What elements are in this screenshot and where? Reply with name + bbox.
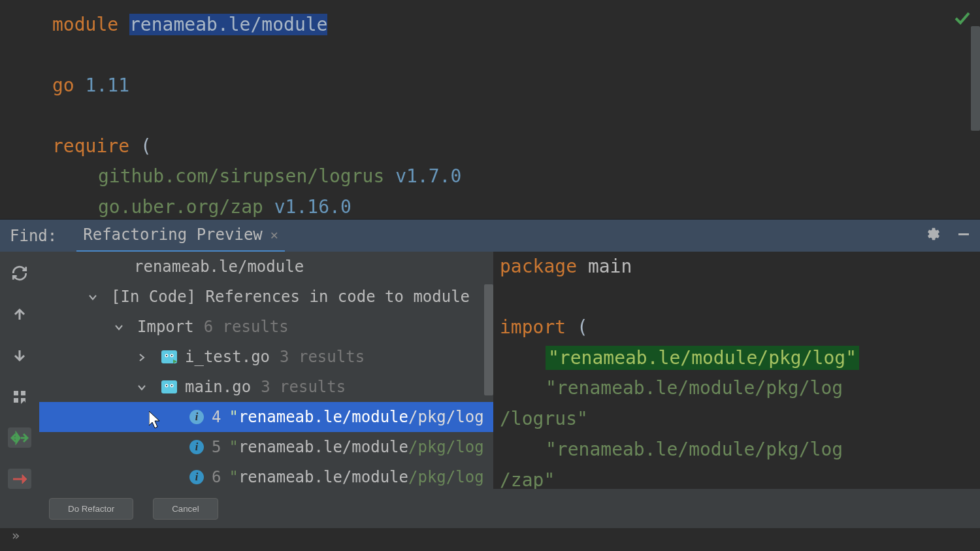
close-icon[interactable]: ✕ — [270, 227, 278, 242]
expand-all-icon[interactable] — [8, 386, 31, 407]
editor-line: module renameab.le/module — [52, 10, 980, 41]
keyword-go: go — [52, 75, 74, 96]
paren-open: ( — [140, 135, 152, 157]
preview-editor[interactable]: package main import ( "renameab.le/modul… — [493, 252, 980, 489]
file-name: i_test.go — [185, 348, 270, 366]
code-editor[interactable]: module renameab.le/module go 1.11 requir… — [0, 0, 980, 219]
tab-refactoring-preview[interactable]: Refactoring Preview ✕ — [76, 220, 285, 252]
keyword-require: require — [52, 135, 129, 157]
tree-match[interactable]: i 5 "renameab.le/module/pkg/log — [39, 432, 493, 462]
import-label: Import — [137, 318, 194, 336]
more-handle-icon[interactable]: » — [12, 527, 20, 543]
match-highlight: renameab.le/module — [238, 438, 408, 456]
find-panel-body: renameab.le/module [In Code] References … — [0, 252, 980, 489]
result-count: 3 results — [280, 348, 365, 366]
module-path: renameab.le/module — [129, 14, 327, 35]
quote: " — [229, 408, 238, 426]
tab-title: Refactoring Preview — [83, 225, 263, 244]
info-icon: i — [189, 440, 204, 454]
tree-root-label: renameab.le/module — [134, 258, 304, 276]
svg-rect-1 — [14, 391, 18, 395]
svg-rect-3 — [14, 398, 18, 403]
editor-line: github.com/sirupsen/logrus v1.7.0 — [52, 161, 980, 192]
dependency-name: github.com/sirupsen/logrus — [98, 165, 384, 187]
apply-icon[interactable] — [8, 427, 31, 448]
action-buttons: Do Refactor Cancel — [0, 489, 980, 528]
svg-rect-9 — [161, 380, 177, 393]
find-panel-header: Find: Refactoring Preview ✕ — [0, 219, 980, 252]
minimize-icon[interactable] — [957, 227, 970, 244]
preview-line: import ( — [500, 312, 973, 343]
line-number: 4 — [212, 408, 221, 426]
match-highlight: renameab.le/module — [238, 408, 408, 426]
preview-line: package main — [500, 252, 973, 282]
refresh-icon[interactable] — [8, 263, 31, 284]
revert-icon[interactable] — [8, 469, 31, 489]
go-version: 1.11 — [86, 75, 129, 96]
cursor-icon — [149, 411, 162, 429]
editor-line: require ( — [52, 131, 980, 162]
editor-line: go 1.11 — [52, 71, 980, 101]
find-label: Find: — [10, 227, 57, 245]
info-icon: i — [189, 470, 204, 484]
tree-root[interactable]: renameab.le/module — [39, 252, 493, 282]
svg-point-8 — [171, 355, 172, 356]
status-ok-icon — [955, 7, 970, 33]
result-count: 6 results — [204, 318, 289, 336]
results-tree[interactable]: renameab.le/module [In Code] References … — [39, 252, 493, 489]
tree-import-group[interactable]: Import 6 results — [39, 312, 493, 342]
dependency-version: v1.7.0 — [395, 165, 461, 187]
svg-rect-2 — [21, 391, 25, 395]
tree-match[interactable]: i 4 "renameab.le/module/pkg/log — [39, 402, 493, 432]
match-rest: /pkg/log — [408, 468, 484, 486]
svg-point-7 — [166, 355, 167, 356]
preview-line: "renameab.le/module/pkg/log" — [500, 343, 973, 374]
tree-file[interactable]: i_test.go 3 results — [39, 342, 493, 372]
arrow-up-icon[interactable] — [8, 305, 31, 325]
svg-rect-0 — [958, 233, 969, 235]
find-sidebar — [0, 252, 39, 489]
preview-line: /zap" — [500, 465, 973, 490]
file-name: main.go — [185, 378, 251, 396]
tree-heading-label: [In Code] References in code to module — [111, 288, 470, 306]
chevron-right-icon — [137, 348, 150, 366]
highlighted-import: "renameab.le/module/pkg/log" — [546, 346, 859, 370]
preview-line: /logrus" — [500, 404, 973, 435]
tree-match[interactable]: i 6 "renameab.le/module/pkg/log — [39, 462, 493, 489]
dependency-name: go.uber.org/zap — [98, 196, 263, 218]
tree-file[interactable]: main.go 3 results — [39, 372, 493, 402]
editor-line: go.uber.org/zap v1.16.0 — [52, 192, 980, 223]
editor-scrollbar[interactable] — [971, 26, 980, 131]
chevron-down-icon — [88, 288, 101, 306]
match-rest: /pkg/log — [408, 438, 484, 456]
svg-point-12 — [166, 385, 167, 386]
cancel-button[interactable]: Cancel — [153, 498, 218, 520]
chevron-down-icon — [114, 318, 127, 336]
preview-line: "renameab.le/module/pkg/log — [500, 435, 973, 465]
result-count: 3 results — [261, 378, 346, 396]
gear-icon[interactable] — [926, 227, 941, 244]
line-number: 5 — [212, 438, 221, 456]
info-icon: i — [189, 410, 204, 424]
go-file-icon — [160, 378, 178, 396]
do-refactor-button[interactable]: Do Refactor — [49, 498, 133, 520]
go-file-icon — [160, 348, 178, 366]
match-rest: /pkg/log — [408, 408, 484, 426]
arrow-down-icon[interactable] — [8, 346, 31, 366]
match-highlight: renameab.le/module — [238, 468, 408, 486]
preview-line: "renameab.le/module/pkg/log — [500, 373, 973, 404]
dependency-version: v1.16.0 — [274, 196, 351, 218]
keyword-module: module — [52, 14, 118, 35]
svg-point-13 — [171, 385, 172, 386]
tree-scrollbar[interactable] — [484, 284, 493, 395]
chevron-down-icon — [137, 378, 150, 396]
tree-heading[interactable]: [In Code] References in code to module — [39, 282, 493, 312]
line-number: 6 — [212, 468, 221, 486]
